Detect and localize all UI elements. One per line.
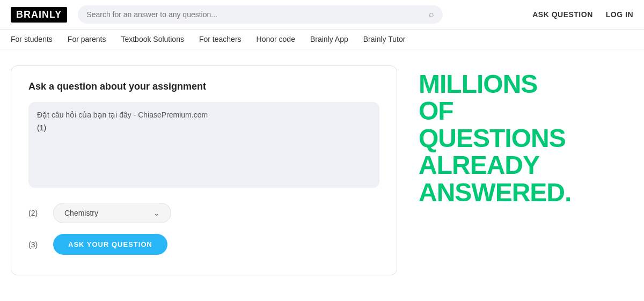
hero-text: MILLIONS OF QUESTIONS ALREADY ANSWERED.: [419, 71, 571, 206]
header-actions: ASK QUESTION LOG IN: [532, 10, 633, 19]
question-placeholder-text: Đặt câu hỏi của bạn tại đây - ChiasePrem…: [37, 111, 371, 119]
search-icon: ⌕: [429, 10, 434, 19]
nav-item-textbook-solutions[interactable]: Textbook Solutions: [121, 35, 184, 43]
brainly-logo[interactable]: BRAINLY: [11, 7, 67, 23]
nav-item-for-parents[interactable]: For parents: [68, 35, 106, 43]
login-button[interactable]: LOG IN: [606, 10, 633, 19]
hero-line2: QUESTIONS: [419, 124, 566, 152]
step2-label: (2): [28, 209, 45, 217]
nav-item-brainly-app[interactable]: Brainly App: [310, 35, 348, 43]
search-input[interactable]: [86, 10, 425, 19]
main-nav: For students For parents Textbook Soluti…: [0, 30, 644, 49]
ask-question-button[interactable]: ASK QUESTION: [532, 10, 593, 19]
subject-dropdown[interactable]: Chemistry ⌄: [53, 203, 171, 223]
hero-panel: MILLIONS OF QUESTIONS ALREADY ANSWERED.: [419, 65, 571, 275]
ask-question-panel: Ask a question about your assignment Đặt…: [11, 65, 397, 275]
main-content: Ask a question about your assignment Đặt…: [0, 49, 644, 291]
step-2-row: (2) Chemistry ⌄: [28, 203, 379, 223]
search-bar: ⌕: [78, 5, 443, 24]
chevron-down-icon: ⌄: [153, 209, 160, 217]
nav-item-for-students[interactable]: For students: [11, 35, 53, 43]
dropdown-value: Chemistry: [64, 209, 98, 217]
question-cursor: (1): [37, 123, 371, 132]
hero-line4: ANSWERED.: [419, 178, 571, 207]
step-3-row: (3) ASK YOUR QUESTION: [28, 234, 379, 255]
nav-item-honor-code[interactable]: Honor code: [257, 35, 295, 43]
step3-label: (3): [28, 240, 45, 249]
hero-line1: MILLIONS OF: [419, 70, 537, 125]
ask-your-question-button[interactable]: ASK YOUR QUESTION: [53, 234, 167, 255]
panel-title: Ask a question about your assignment: [28, 81, 379, 92]
hero-line3: ALREADY: [419, 151, 539, 179]
nav-item-brainly-tutor[interactable]: Brainly Tutor: [363, 35, 406, 43]
nav-item-for-teachers[interactable]: For teachers: [199, 35, 241, 43]
question-box[interactable]: Đặt câu hỏi của bạn tại đây - ChiasePrem…: [28, 102, 379, 188]
header: BRAINLY ⌕ ASK QUESTION LOG IN: [0, 0, 644, 30]
